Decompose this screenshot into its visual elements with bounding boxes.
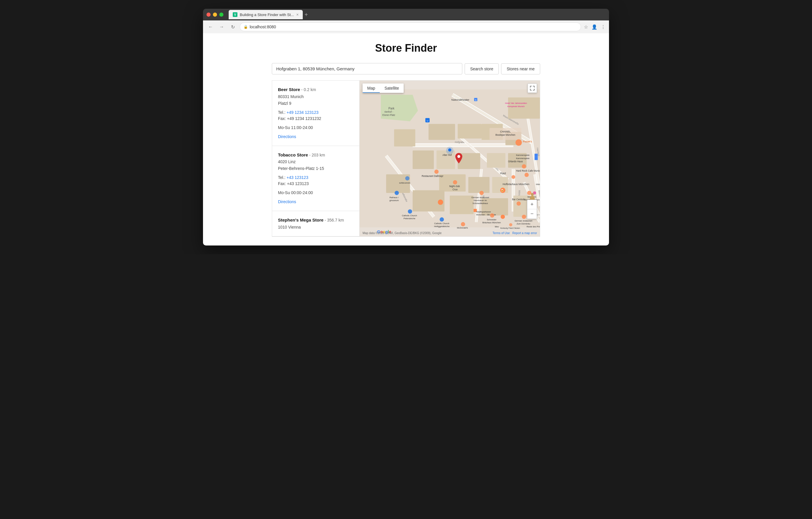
svg-text:Haxnbauer im: Haxnbauer im <box>474 199 487 202</box>
url-display: localhost:8080 <box>250 25 276 29</box>
svg-point-128 <box>531 193 534 196</box>
map-pin <box>455 153 462 165</box>
search-store-button[interactable]: Search store <box>465 63 499 75</box>
svg-point-73 <box>522 164 526 169</box>
svg-marker-2 <box>381 95 418 121</box>
svg-point-127 <box>457 155 460 158</box>
map-type-satellite-button[interactable]: Satellite <box>380 83 404 93</box>
svg-point-105 <box>490 213 494 218</box>
svg-text:Boutique München: Boutique München <box>496 134 515 137</box>
map-area: Park rienhof - Eisner-Platz Maximilianst… <box>359 80 540 237</box>
svg-text:rienhof -: rienhof - <box>384 111 393 113</box>
svg-rect-54 <box>508 98 540 119</box>
map-data-attribution: Map data ©2018 COWI, GeoBasis-DE/BKG (©2… <box>362 231 442 235</box>
svg-text:Restaurant Dallmayr: Restaurant Dallmayr <box>422 175 444 177</box>
svg-text:Scholastikahaus: Scholastikahaus <box>472 202 488 204</box>
address-bar[interactable]: 🔒 localhost:8080 <box>240 23 581 31</box>
svg-text:Heiliggeistkirche: Heiliggeistkirche <box>434 225 450 228</box>
svg-text:Hard Rock Cafe Munich: Hard Rock Cafe Munich <box>516 170 540 172</box>
svg-point-76 <box>453 180 457 185</box>
svg-rect-49 <box>450 196 474 214</box>
stores-near-me-button[interactable]: Stores near me <box>501 63 540 75</box>
minimize-button[interactable] <box>213 12 217 17</box>
menu-icon[interactable]: ⋮ <box>601 24 606 30</box>
svg-text:Hotel Vier Jahreszeiten: Hotel Vier Jahreszeiten <box>505 102 527 105</box>
page-content: Store Finder Search store Stores near me… <box>203 33 609 245</box>
svg-text:schbrunnen: schbrunnen <box>399 182 410 184</box>
store-fax: Fax: +49 1234 1231232 <box>278 116 353 122</box>
svg-text:CHANEL: CHANEL <box>500 130 511 133</box>
store-phone-link[interactable]: +43 123123 <box>287 175 308 180</box>
back-button[interactable]: ← <box>206 23 215 31</box>
active-tab[interactable]: V Building a Store Finder with St... × <box>229 10 303 19</box>
store-header: Beer Store - 0.2 km <box>278 86 353 93</box>
store-hours: Mo-Su 11:00-24:00 <box>278 125 353 131</box>
profile-icon[interactable]: 👤 <box>591 24 597 30</box>
svg-point-102 <box>439 217 444 222</box>
svg-point-108 <box>522 215 526 219</box>
bookmark-icon[interactable]: ☆ <box>584 24 588 30</box>
info-icon: 🔒 <box>243 25 248 29</box>
zoom-out-button[interactable]: − <box>527 209 536 219</box>
svg-text:Alter Hof: Alter Hof <box>442 154 452 157</box>
svg-rect-46 <box>468 177 490 193</box>
map-type-buttons: Map Satellite <box>362 83 404 93</box>
directions-link[interactable]: Directions <box>278 134 296 139</box>
svg-text:Kentucky Fried Chicken: Kentucky Fried Chicken <box>500 227 520 229</box>
maximize-button[interactable] <box>219 12 224 17</box>
store-hours: Mo-Su 00:00-24:00 <box>278 190 353 196</box>
traffic-lights <box>206 12 224 17</box>
svg-text:Kempinski Munich: Kempinski Munich <box>508 105 525 108</box>
svg-point-126 <box>500 215 505 219</box>
map-type-map-button[interactable]: Map <box>362 83 380 93</box>
svg-point-70 <box>448 148 452 152</box>
tab-close-icon[interactable]: × <box>296 12 299 17</box>
store-distance: - 0.2 km <box>301 87 316 92</box>
fullscreen-button[interactable] <box>528 83 537 93</box>
browser-navbar: ← → ↻ 🔒 localhost:8080 ☆ 👤 ⋮ <box>203 21 609 33</box>
svg-point-80 <box>512 175 515 179</box>
store-city: 80331 Munich <box>278 94 353 100</box>
store-city: 4020 Linz <box>278 159 353 165</box>
svg-text:Mex: Mex <box>495 225 499 228</box>
store-distance: - 203 km <box>309 153 325 157</box>
page-title: Store Finder <box>203 42 609 54</box>
svg-text:Nationaltheater: Nationaltheater <box>452 99 470 101</box>
main-layout: Beer Store - 0.2 km 80331 Munich Platzl … <box>266 80 546 237</box>
directions-link[interactable]: Directions <box>278 199 296 204</box>
map-svg: Park rienhof - Eisner-Platz Maximilianst… <box>359 81 540 237</box>
store-header: Tobacco Store - 203 km <box>278 152 353 159</box>
store-name: Stephen's Mega Store <box>278 217 323 222</box>
svg-text:German restaurant: German restaurant <box>515 219 532 222</box>
tab-bar: V Building a Store Finder with St... × + <box>229 10 606 19</box>
svg-text:Hildegar: Hildegar <box>536 183 540 186</box>
nav-icons-right: ☆ 👤 ⋮ <box>584 24 606 30</box>
forward-button[interactable]: → <box>218 23 226 31</box>
zoom-in-button[interactable]: + <box>527 200 536 209</box>
store-header: Stephen's Mega Store - 356.7 km <box>278 217 353 224</box>
svg-text:Hofbräuhaus München: Hofbräuhaus München <box>502 183 529 186</box>
reload-button[interactable]: ↻ <box>229 23 237 31</box>
store-list: Beer Store - 0.2 km 80331 Munich Platzl … <box>272 80 359 237</box>
svg-point-118 <box>405 176 409 181</box>
svg-text:Bar Centrale: Bar Centrale <box>512 198 525 201</box>
store-phone-link[interactable]: +49 1234 123123 <box>287 110 319 115</box>
svg-text:Stadtsparkasse: Stadtsparkasse <box>476 211 491 213</box>
tab-title: Building a Store Finder with St... <box>240 12 294 17</box>
store-name: Tobacco Store <box>278 153 308 157</box>
svg-text:Night club: Night club <box>449 185 460 188</box>
store-directions: Directions <box>278 199 353 205</box>
search-input[interactable] <box>272 63 462 75</box>
svg-text:Kammerspiele: Kammerspiele <box>516 154 529 157</box>
terms-of-use-link[interactable]: Terms of Use <box>493 231 510 235</box>
report-map-error-link[interactable]: Report a map error <box>513 231 537 235</box>
store-phone: Tel.: +49 1234 123123 <box>278 109 353 116</box>
map-container[interactable]: Park rienhof - Eisner-Platz Maximilianst… <box>359 81 540 237</box>
svg-text:Schneider: Schneider <box>487 218 496 221</box>
svg-point-114 <box>509 223 513 226</box>
svg-point-125 <box>438 200 443 205</box>
svg-rect-66 <box>534 154 538 157</box>
close-button[interactable] <box>206 12 210 17</box>
svg-text:N: N <box>475 99 476 101</box>
new-tab-button[interactable]: + <box>304 11 308 18</box>
